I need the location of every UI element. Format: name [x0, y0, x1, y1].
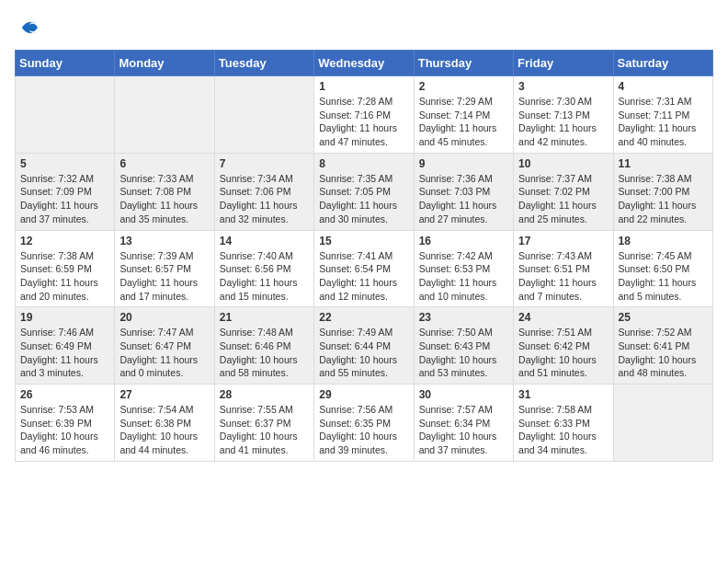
calendar-cell: 21Sunrise: 7:48 AM Sunset: 6:46 PM Dayli… [214, 307, 313, 385]
cell-content: Sunrise: 7:33 AM Sunset: 7:08 PM Dayligh… [119, 172, 209, 226]
calendar-cell [115, 76, 214, 154]
day-number: 26 [20, 388, 109, 401]
cell-content: Sunrise: 7:54 AM Sunset: 6:38 PM Dayligh… [119, 403, 209, 457]
day-number: 20 [119, 311, 209, 324]
cell-content: Sunrise: 7:46 AM Sunset: 6:49 PM Dayligh… [20, 326, 109, 380]
day-number: 21 [220, 311, 309, 324]
day-number: 19 [20, 311, 109, 324]
day-number: 17 [518, 235, 608, 247]
cell-content: Sunrise: 7:56 AM Sunset: 6:35 PM Dayligh… [319, 403, 408, 457]
calendar-cell: 27Sunrise: 7:54 AM Sunset: 6:38 PM Dayli… [115, 385, 214, 462]
calendar-cell [214, 76, 313, 154]
calendar-cell: 14Sunrise: 7:40 AM Sunset: 6:56 PM Dayli… [214, 230, 313, 307]
day-number: 15 [319, 235, 408, 247]
cell-content: Sunrise: 7:48 AM Sunset: 6:46 PM Dayligh… [220, 326, 309, 380]
calendar-header-row: SundayMondayTuesdayWednesdayThursdayFrid… [16, 51, 713, 76]
calendar-table: SundayMondayTuesdayWednesdayThursdayFrid… [15, 50, 713, 462]
calendar-cell: 15Sunrise: 7:41 AM Sunset: 6:54 PM Dayli… [314, 230, 414, 307]
day-number: 11 [619, 157, 708, 170]
cell-content: Sunrise: 7:40 AM Sunset: 6:56 PM Dayligh… [220, 249, 309, 304]
calendar-cell: 25Sunrise: 7:52 AM Sunset: 6:41 PM Dayli… [613, 307, 712, 385]
cell-content: Sunrise: 7:37 AM Sunset: 7:02 PM Dayligh… [518, 172, 608, 226]
calendar-cell: 23Sunrise: 7:50 AM Sunset: 6:43 PM Dayli… [414, 307, 513, 385]
day-number: 12 [20, 235, 109, 247]
calendar-cell: 28Sunrise: 7:55 AM Sunset: 6:37 PM Dayli… [214, 385, 313, 462]
day-number: 2 [419, 80, 508, 93]
calendar-cell: 18Sunrise: 7:45 AM Sunset: 6:50 PM Dayli… [613, 230, 712, 307]
calendar-week-4: 19Sunrise: 7:46 AM Sunset: 6:49 PM Dayli… [16, 307, 713, 385]
cell-content: Sunrise: 7:30 AM Sunset: 7:13 PM Dayligh… [518, 95, 608, 149]
cell-content: Sunrise: 7:55 AM Sunset: 6:37 PM Dayligh… [220, 403, 309, 457]
calendar-cell: 10Sunrise: 7:37 AM Sunset: 7:02 PM Dayli… [514, 153, 613, 230]
cell-content: Sunrise: 7:53 AM Sunset: 6:39 PM Dayligh… [20, 403, 109, 457]
cell-content: Sunrise: 7:58 AM Sunset: 6:33 PM Dayligh… [518, 403, 608, 457]
calendar-cell: 16Sunrise: 7:42 AM Sunset: 6:53 PM Dayli… [414, 230, 513, 307]
day-header-wednesday: Wednesday [314, 51, 414, 76]
day-number: 22 [319, 311, 408, 324]
cell-content: Sunrise: 7:57 AM Sunset: 6:34 PM Dayligh… [419, 403, 508, 457]
calendar-cell: 20Sunrise: 7:47 AM Sunset: 6:47 PM Dayli… [115, 307, 214, 385]
cell-content: Sunrise: 7:34 AM Sunset: 7:06 PM Dayligh… [220, 172, 309, 226]
day-number: 14 [220, 235, 309, 247]
day-number: 30 [419, 388, 508, 401]
calendar-cell: 1Sunrise: 7:28 AM Sunset: 7:16 PM Daylig… [314, 76, 414, 154]
day-number: 8 [319, 157, 408, 170]
calendar-week-3: 12Sunrise: 7:38 AM Sunset: 6:59 PM Dayli… [16, 230, 713, 307]
day-number: 9 [419, 157, 508, 170]
calendar-cell: 17Sunrise: 7:43 AM Sunset: 6:51 PM Dayli… [514, 230, 613, 307]
calendar-cell: 7Sunrise: 7:34 AM Sunset: 7:06 PM Daylig… [214, 153, 313, 230]
day-number: 31 [518, 388, 608, 401]
cell-content: Sunrise: 7:52 AM Sunset: 6:41 PM Dayligh… [619, 326, 708, 380]
cell-content: Sunrise: 7:41 AM Sunset: 6:54 PM Dayligh… [319, 249, 408, 304]
calendar-cell: 2Sunrise: 7:29 AM Sunset: 7:14 PM Daylig… [414, 76, 513, 154]
calendar-cell [613, 385, 712, 462]
cell-content: Sunrise: 7:39 AM Sunset: 6:57 PM Dayligh… [119, 249, 209, 304]
logo [15, 15, 44, 40]
cell-content: Sunrise: 7:31 AM Sunset: 7:11 PM Dayligh… [619, 95, 708, 149]
calendar-cell: 13Sunrise: 7:39 AM Sunset: 6:57 PM Dayli… [115, 230, 214, 307]
calendar-cell: 26Sunrise: 7:53 AM Sunset: 6:39 PM Dayli… [16, 385, 115, 462]
calendar-cell: 5Sunrise: 7:32 AM Sunset: 7:09 PM Daylig… [16, 153, 115, 230]
cell-content: Sunrise: 7:38 AM Sunset: 6:59 PM Dayligh… [20, 249, 109, 304]
cell-content: Sunrise: 7:51 AM Sunset: 6:42 PM Dayligh… [518, 326, 608, 380]
calendar-cell: 12Sunrise: 7:38 AM Sunset: 6:59 PM Dayli… [16, 230, 115, 307]
day-header-tuesday: Tuesday [214, 51, 313, 76]
cell-content: Sunrise: 7:47 AM Sunset: 6:47 PM Dayligh… [119, 326, 209, 380]
cell-content: Sunrise: 7:35 AM Sunset: 7:05 PM Dayligh… [319, 172, 408, 226]
day-number: 7 [220, 157, 309, 170]
cell-content: Sunrise: 7:43 AM Sunset: 6:51 PM Dayligh… [518, 249, 608, 304]
calendar-cell: 8Sunrise: 7:35 AM Sunset: 7:05 PM Daylig… [314, 153, 414, 230]
calendar-cell: 11Sunrise: 7:38 AM Sunset: 7:00 PM Dayli… [613, 153, 712, 230]
calendar-cell: 4Sunrise: 7:31 AM Sunset: 7:11 PM Daylig… [613, 76, 712, 154]
day-number: 23 [419, 311, 508, 324]
cell-content: Sunrise: 7:32 AM Sunset: 7:09 PM Dayligh… [20, 172, 109, 226]
day-number: 10 [518, 157, 608, 170]
cell-content: Sunrise: 7:49 AM Sunset: 6:44 PM Dayligh… [319, 326, 408, 380]
cell-content: Sunrise: 7:45 AM Sunset: 6:50 PM Dayligh… [619, 249, 708, 304]
logo-icon [15, 15, 40, 40]
calendar-week-5: 26Sunrise: 7:53 AM Sunset: 6:39 PM Dayli… [16, 385, 713, 462]
day-number: 27 [119, 388, 209, 401]
calendar-cell: 30Sunrise: 7:57 AM Sunset: 6:34 PM Dayli… [414, 385, 513, 462]
cell-content: Sunrise: 7:50 AM Sunset: 6:43 PM Dayligh… [419, 326, 508, 380]
calendar-cell: 9Sunrise: 7:36 AM Sunset: 7:03 PM Daylig… [414, 153, 513, 230]
day-number: 16 [419, 235, 508, 247]
page-header [15, 15, 713, 40]
day-header-friday: Friday [514, 51, 613, 76]
day-header-thursday: Thursday [414, 51, 513, 76]
day-number: 28 [220, 388, 309, 401]
cell-content: Sunrise: 7:28 AM Sunset: 7:16 PM Dayligh… [319, 95, 408, 149]
calendar-week-2: 5Sunrise: 7:32 AM Sunset: 7:09 PM Daylig… [16, 153, 713, 230]
cell-content: Sunrise: 7:38 AM Sunset: 7:00 PM Dayligh… [619, 172, 708, 226]
calendar-cell [16, 76, 115, 154]
day-number: 4 [619, 80, 708, 93]
day-number: 25 [619, 311, 708, 324]
day-header-monday: Monday [115, 51, 214, 76]
calendar-cell: 19Sunrise: 7:46 AM Sunset: 6:49 PM Dayli… [16, 307, 115, 385]
cell-content: Sunrise: 7:36 AM Sunset: 7:03 PM Dayligh… [419, 172, 508, 226]
cell-content: Sunrise: 7:29 AM Sunset: 7:14 PM Dayligh… [419, 95, 508, 149]
calendar-cell: 3Sunrise: 7:30 AM Sunset: 7:13 PM Daylig… [514, 76, 613, 154]
calendar-week-1: 1Sunrise: 7:28 AM Sunset: 7:16 PM Daylig… [16, 76, 713, 154]
day-header-sunday: Sunday [16, 51, 115, 76]
cell-content: Sunrise: 7:42 AM Sunset: 6:53 PM Dayligh… [419, 249, 508, 304]
